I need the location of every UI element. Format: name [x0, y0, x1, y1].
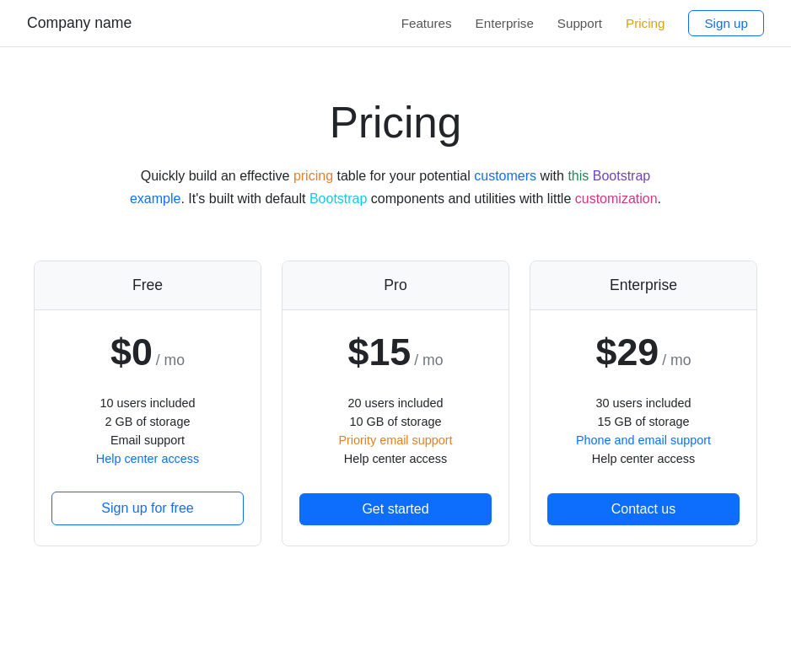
card-body-enterprise: $29 / mo 30 users included 15 GB of stor…: [530, 310, 756, 546]
nav-enterprise[interactable]: Enterprise: [476, 16, 534, 30]
pro-cta-button[interactable]: Get started: [299, 493, 492, 525]
feature-pro-2: 10 GB of storage: [299, 412, 492, 431]
card-body-free: $0 / mo 10 users included 2 GB of storag…: [35, 310, 261, 546]
feature-free-3: Email support: [51, 431, 244, 449]
pricing-card-enterprise: Enterprise $29 / mo 30 users included 15…: [530, 261, 757, 546]
brand-name: Company name: [27, 14, 132, 32]
feature-free-1: 10 users included: [51, 394, 244, 412]
price-period-pro: / mo: [414, 352, 443, 369]
navbar: Company name Features Enterprise Support…: [0, 0, 791, 47]
nav-pricing[interactable]: Pricing: [626, 16, 665, 30]
enterprise-cta-button[interactable]: Contact us: [547, 493, 740, 525]
feature-pro-3: Priority email support: [299, 431, 492, 449]
hero-subtitle: Quickly build an effective pricing table…: [126, 164, 665, 210]
card-header-free: Free: [35, 261, 261, 310]
nav-features[interactable]: Features: [401, 16, 452, 30]
signup-button[interactable]: Sign up: [688, 10, 764, 36]
nav-links: Features Enterprise Support Pricing Sign…: [401, 10, 764, 36]
price-row-free: $0 / mo: [110, 331, 185, 374]
card-header-pro: Pro: [282, 261, 508, 310]
hero-section: Pricing Quickly build an effective prici…: [0, 47, 791, 244]
feature-list-free: 10 users included 2 GB of storage Email …: [51, 394, 244, 468]
pricing-card-pro: Pro $15 / mo 20 users included 10 GB of …: [282, 261, 509, 546]
feature-free-4: Help center access: [51, 449, 244, 468]
price-period-free: / mo: [156, 352, 185, 369]
price-row-enterprise: $29 / mo: [596, 331, 691, 374]
price-amount-enterprise: $29: [596, 331, 659, 374]
feature-ent-4: Help center access: [547, 449, 740, 468]
feature-ent-2: 15 GB of storage: [547, 412, 740, 431]
feature-ent-1: 30 users included: [547, 394, 740, 412]
price-amount-free: $0: [110, 331, 153, 374]
card-body-pro: $15 / mo 20 users included 10 GB of stor…: [282, 310, 508, 546]
nav-support[interactable]: Support: [557, 16, 602, 30]
feature-list-pro: 20 users included 10 GB of storage Prior…: [299, 394, 492, 468]
price-amount-pro: $15: [348, 331, 412, 374]
free-cta-button[interactable]: Sign up for free: [51, 492, 244, 525]
card-header-enterprise: Enterprise: [530, 261, 756, 310]
pricing-cards-container: Free $0 / mo 10 users included 2 GB of s…: [0, 244, 791, 597]
feature-pro-4: Help center access: [299, 449, 492, 468]
feature-list-enterprise: 30 users included 15 GB of storage Phone…: [547, 394, 740, 468]
feature-free-2: 2 GB of storage: [51, 412, 244, 431]
feature-ent-3: Phone and email support: [547, 431, 740, 449]
pricing-card-free: Free $0 / mo 10 users included 2 GB of s…: [34, 261, 261, 546]
feature-pro-1: 20 users included: [299, 394, 492, 412]
hero-title: Pricing: [101, 98, 690, 148]
price-period-enterprise: / mo: [662, 352, 691, 369]
price-row-pro: $15 / mo: [348, 331, 444, 374]
